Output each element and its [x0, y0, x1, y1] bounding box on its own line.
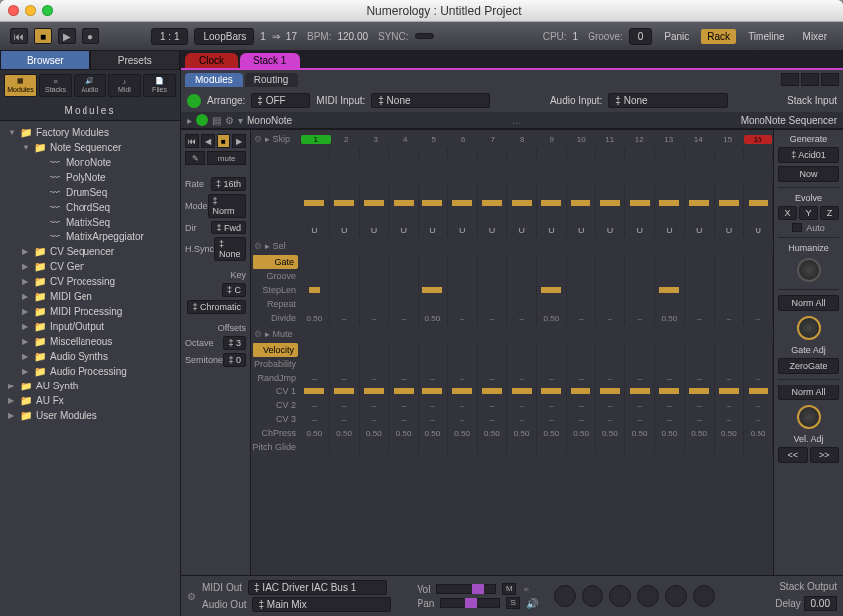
step-number[interactable]: 7 [478, 135, 508, 144]
subtab-modules[interactable]: Modules [185, 73, 243, 87]
step-cell[interactable] [419, 210, 448, 224]
step-cell[interactable] [625, 357, 655, 371]
step-number[interactable]: 16 [744, 135, 773, 144]
step-cell[interactable] [300, 255, 330, 269]
step-cell[interactable] [360, 269, 390, 283]
step-cell[interactable] [744, 148, 773, 162]
seq-prev-button[interactable]: ◀ [201, 134, 215, 148]
send-knob-6[interactable] [693, 585, 715, 607]
step-cell[interactable] [685, 283, 715, 297]
step-cell[interactable]: – [625, 311, 655, 325]
step-cell[interactable] [389, 343, 419, 357]
step-cell[interactable]: 0.50 [478, 426, 508, 440]
step-cell[interactable]: – [715, 371, 745, 385]
sidebar-tab-browser[interactable]: Browser [0, 50, 90, 70]
step-cell[interactable] [448, 196, 478, 210]
step-cell[interactable] [655, 182, 685, 196]
step-cell[interactable]: – [478, 311, 508, 325]
step-cell[interactable]: – [389, 371, 419, 385]
step-cell[interactable]: 0.50 [715, 426, 745, 440]
tree-item[interactable]: ▼📁Note Sequencer [0, 140, 180, 155]
step-cell[interactable] [567, 385, 596, 398]
step-cell[interactable] [715, 148, 745, 162]
step-cell[interactable]: U [330, 224, 360, 237]
step-cell[interactable] [567, 343, 596, 357]
tree-item[interactable]: 〰MonoNote [0, 155, 180, 170]
step-cell[interactable] [300, 357, 330, 371]
step-cell[interactable] [596, 255, 626, 269]
step-cell[interactable] [685, 196, 715, 210]
step-cell[interactable]: – [744, 398, 773, 412]
evolve-z-button[interactable]: Z [820, 206, 839, 220]
prev-button[interactable]: << [778, 447, 808, 463]
step-cell[interactable]: 0.50 [655, 311, 685, 325]
hsync-select[interactable]: ‡ None [214, 237, 246, 261]
step-cell[interactable] [596, 283, 626, 297]
step-cell[interactable] [507, 210, 537, 224]
rate-select[interactable]: ‡ 16th [211, 177, 246, 191]
loop-to[interactable]: 17 [286, 31, 297, 42]
browser-filter-audio[interactable]: 🔊Audio [74, 74, 106, 97]
step-cell[interactable] [625, 385, 655, 398]
step-cell[interactable]: U [655, 224, 685, 237]
seq-play-button[interactable]: ■ [217, 134, 231, 148]
step-cell[interactable] [389, 196, 419, 210]
step-cell[interactable]: – [567, 371, 596, 385]
module-preset-icon[interactable]: ▤ [212, 115, 221, 126]
step-cell[interactable] [389, 385, 419, 398]
step-cell[interactable] [537, 255, 567, 269]
step-cell[interactable] [567, 182, 596, 196]
step-cell[interactable] [507, 269, 537, 283]
step-cell[interactable]: – [448, 398, 478, 412]
step-number[interactable]: 10 [567, 135, 596, 144]
step-cell[interactable]: – [507, 398, 537, 412]
step-number[interactable]: 11 [595, 135, 625, 144]
step-cell[interactable]: – [655, 398, 685, 412]
step-cell[interactable] [685, 269, 715, 283]
step-cell[interactable] [655, 440, 685, 454]
step-cell[interactable]: – [300, 398, 330, 412]
step-cell[interactable]: – [567, 412, 596, 426]
step-cell[interactable] [448, 297, 478, 311]
tree-item[interactable]: ▶📁MIDI Gen [0, 289, 180, 304]
tree-item[interactable]: ▶📁MIDI Processing [0, 304, 180, 319]
step-cell[interactable] [715, 182, 745, 196]
step-cell[interactable] [715, 385, 745, 398]
step-cell[interactable] [744, 269, 773, 283]
step-cell[interactable] [625, 297, 655, 311]
step-cell[interactable] [744, 343, 773, 357]
module-collapse-icon[interactable]: ▸ [187, 115, 192, 126]
step-cell[interactable] [567, 269, 596, 283]
step-cell[interactable] [655, 148, 685, 162]
key-select[interactable]: ‡ C [222, 283, 246, 297]
step-cell[interactable] [448, 148, 478, 162]
step-number[interactable]: 15 [713, 135, 743, 144]
step-cell[interactable] [715, 269, 745, 283]
audio-out-select[interactable]: ‡ Main Mix [252, 597, 391, 612]
step-cell[interactable]: – [448, 311, 478, 325]
step-cell[interactable]: – [360, 398, 390, 412]
step-cell[interactable]: 0.50 [448, 426, 478, 440]
step-cell[interactable]: – [567, 311, 596, 325]
step-cell[interactable] [507, 343, 537, 357]
step-cell[interactable] [389, 148, 419, 162]
step-cell[interactable] [478, 196, 508, 210]
step-cell[interactable] [360, 182, 390, 196]
step-number[interactable]: 14 [684, 135, 714, 144]
step-cell[interactable] [448, 385, 478, 398]
gate-adj-knob[interactable] [797, 316, 821, 340]
step-cell[interactable] [360, 148, 390, 162]
sync-value[interactable] [415, 33, 434, 39]
step-cell[interactable] [685, 440, 715, 454]
tree-item[interactable]: 〰ChordSeq [0, 200, 180, 215]
step-cell[interactable] [389, 269, 419, 283]
step-cell[interactable] [655, 385, 685, 398]
footer-gear-icon[interactable]: ⚙ [187, 591, 196, 602]
step-cell[interactable] [360, 196, 390, 210]
step-cell[interactable] [537, 148, 567, 162]
step-number[interactable]: 4 [391, 135, 421, 144]
step-cell[interactable] [478, 283, 508, 297]
seq-next-button[interactable]: ▶ [232, 134, 246, 148]
step-cell[interactable]: U [360, 224, 390, 237]
step-cell[interactable]: 0.50 [625, 426, 655, 440]
